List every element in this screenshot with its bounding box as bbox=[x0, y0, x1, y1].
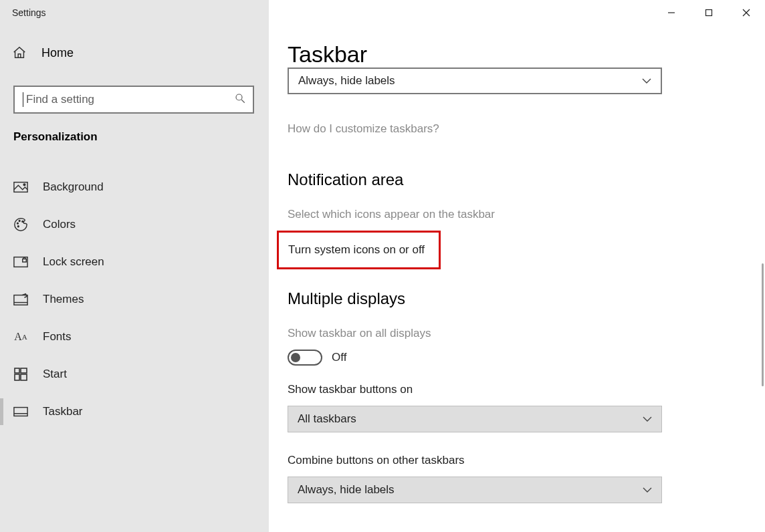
link-system-icons[interactable]: Turn system icons on or off bbox=[288, 243, 425, 257]
window-controls bbox=[653, 0, 765, 25]
sidebar-item-label: Start bbox=[43, 368, 67, 381]
sidebar-item-background[interactable]: Background bbox=[0, 168, 269, 206]
home-label: Home bbox=[41, 46, 74, 60]
link-select-icons[interactable]: Select which icons appear on the taskbar bbox=[288, 208, 765, 221]
titlebar: Settings bbox=[0, 0, 765, 25]
sidebar-item-label: Taskbar bbox=[43, 405, 83, 418]
sidebar-item-label: Fonts bbox=[43, 330, 72, 344]
image-icon bbox=[13, 180, 28, 194]
svg-rect-1 bbox=[706, 10, 712, 16]
section-notification-area: Notification area bbox=[288, 170, 765, 189]
sidebar-item-fonts[interactable]: AA Fonts bbox=[0, 318, 269, 356]
svg-rect-19 bbox=[21, 374, 27, 380]
sidebar-item-label: Themes bbox=[43, 293, 84, 306]
help-link[interactable]: How do I customize taskbars? bbox=[288, 122, 765, 136]
home-nav[interactable]: Home bbox=[12, 45, 74, 60]
scrollbar[interactable] bbox=[762, 263, 764, 386]
start-icon bbox=[13, 367, 28, 382]
show-taskbar-buttons-select[interactable]: All taskbars bbox=[288, 406, 662, 432]
sidebar-item-themes[interactable]: Themes bbox=[0, 281, 269, 318]
combo-value: Always, hide labels bbox=[298, 483, 395, 497]
svg-point-8 bbox=[17, 223, 19, 224]
section-multiple-displays: Multiple displays bbox=[288, 289, 765, 308]
svg-rect-13 bbox=[23, 259, 27, 262]
svg-line-5 bbox=[241, 100, 245, 103]
sidebar-item-label: Colors bbox=[43, 218, 76, 231]
show-taskbar-all-toggle[interactable] bbox=[288, 350, 322, 366]
lock-screen-icon bbox=[13, 255, 28, 269]
combine-other-label: Combine buttons on other taskbars bbox=[288, 454, 765, 467]
highlighted-link-box: Turn system icons on or off bbox=[277, 231, 441, 269]
chevron-down-icon bbox=[642, 78, 651, 84]
sidebar-item-start[interactable]: Start bbox=[0, 356, 269, 393]
themes-icon bbox=[13, 292, 28, 307]
main-content: Taskbar Always, hide labels How do I cus… bbox=[269, 0, 765, 532]
sidebar-item-lock-screen[interactable]: Lock screen bbox=[0, 243, 269, 281]
window-title: Settings bbox=[0, 7, 46, 18]
search-placeholder: Find a setting bbox=[26, 93, 234, 106]
sidebar-item-label: Lock screen bbox=[43, 255, 104, 269]
toggle-knob bbox=[291, 353, 300, 362]
show-taskbar-all-label: Show taskbar on all displays bbox=[288, 327, 765, 340]
show-taskbar-buttons-label: Show taskbar buttons on bbox=[288, 383, 765, 396]
combo-value: Always, hide labels bbox=[298, 74, 395, 88]
combo-value: All taskbars bbox=[298, 412, 356, 426]
combine-other-select[interactable]: Always, hide labels bbox=[288, 477, 662, 503]
svg-point-4 bbox=[236, 94, 242, 100]
search-input[interactable]: Find a setting bbox=[13, 86, 254, 114]
chevron-down-icon bbox=[643, 416, 652, 422]
sidebar-nav: Background Colors Lock screen Themes AA … bbox=[0, 168, 269, 430]
close-button[interactable] bbox=[728, 0, 765, 25]
svg-point-11 bbox=[17, 226, 19, 227]
svg-rect-16 bbox=[15, 368, 19, 373]
toggle-state-label: Off bbox=[332, 351, 346, 364]
svg-point-10 bbox=[22, 221, 23, 223]
fonts-icon: AA bbox=[13, 329, 28, 344]
svg-point-7 bbox=[23, 184, 25, 186]
search-icon bbox=[234, 92, 246, 108]
taskbar-icon bbox=[13, 404, 28, 419]
sidebar-category: Personalization bbox=[13, 130, 98, 144]
svg-rect-18 bbox=[15, 374, 19, 380]
home-icon bbox=[12, 45, 27, 60]
sidebar-item-label: Background bbox=[43, 180, 104, 194]
combine-taskbar-buttons-select[interactable]: Always, hide labels bbox=[288, 68, 662, 94]
text-caret bbox=[23, 92, 23, 107]
page-title: Taskbar bbox=[288, 41, 765, 68]
palette-icon bbox=[13, 217, 28, 232]
svg-point-9 bbox=[19, 221, 20, 222]
sidebar: Home Find a setting Personalization Back… bbox=[0, 0, 269, 532]
svg-rect-20 bbox=[14, 408, 27, 416]
maximize-button[interactable] bbox=[690, 0, 728, 25]
minimize-button[interactable] bbox=[653, 0, 690, 25]
chevron-down-icon bbox=[643, 487, 652, 493]
sidebar-item-colors[interactable]: Colors bbox=[0, 206, 269, 243]
sidebar-item-taskbar[interactable]: Taskbar bbox=[0, 393, 269, 430]
svg-rect-17 bbox=[21, 368, 27, 373]
